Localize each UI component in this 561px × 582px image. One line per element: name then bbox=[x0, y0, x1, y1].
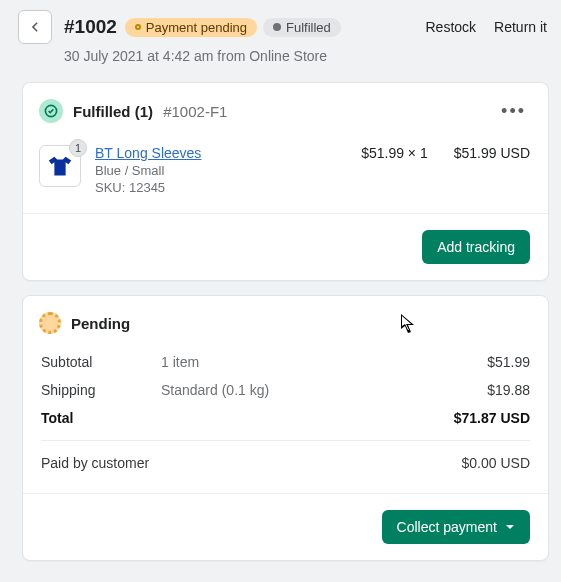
payment-summary: Subtotal 1 item $51.99 Shipping Standard… bbox=[23, 344, 548, 493]
collect-payment-button[interactable]: Collect payment bbox=[382, 510, 530, 544]
fulfillment-card: Fulfilled (1) #1002-F1 ••• 1 BT Long Sle… bbox=[22, 82, 549, 281]
subtotal-value: $51.99 bbox=[430, 354, 530, 370]
paid-value: $0.00 USD bbox=[430, 455, 530, 471]
quantity-badge: 1 bbox=[69, 139, 87, 157]
shipping-desc: Standard (0.1 kg) bbox=[161, 382, 430, 398]
total-label: Total bbox=[41, 410, 161, 426]
open-circle-icon bbox=[135, 24, 141, 30]
order-number: #1002 bbox=[64, 16, 117, 38]
shirt-icon bbox=[45, 151, 75, 181]
return-action[interactable]: Return it bbox=[494, 19, 547, 35]
payment-status-badge: Payment pending bbox=[125, 18, 257, 37]
dot-icon bbox=[273, 23, 281, 31]
summary-row-shipping: Shipping Standard (0.1 kg) $19.88 bbox=[41, 376, 530, 404]
summary-row-subtotal: Subtotal 1 item $51.99 bbox=[41, 348, 530, 376]
line-total: $51.99 USD bbox=[454, 145, 530, 161]
line-item: 1 BT Long Sleeves Blue / Small SKU: 1234… bbox=[23, 133, 548, 213]
pending-status-icon bbox=[39, 312, 61, 334]
order-timestamp: 30 July 2021 at 4:42 am from Online Stor… bbox=[0, 48, 561, 76]
product-name-link[interactable]: BT Long Sleeves bbox=[95, 145, 361, 161]
product-variant: Blue / Small bbox=[95, 163, 361, 178]
add-tracking-button[interactable]: Add tracking bbox=[422, 230, 530, 264]
unit-price: $51.99 × 1 bbox=[361, 145, 428, 161]
order-header: #1002 Payment pending Fulfilled Restock … bbox=[0, 0, 561, 48]
subtotal-label: Subtotal bbox=[41, 354, 161, 370]
subtotal-desc: 1 item bbox=[161, 354, 430, 370]
more-actions-button[interactable]: ••• bbox=[497, 106, 530, 116]
back-button[interactable] bbox=[18, 10, 52, 44]
product-sku: SKU: 12345 bbox=[95, 180, 361, 195]
fulfilled-status-icon bbox=[39, 99, 63, 123]
shipping-value: $19.88 bbox=[430, 382, 530, 398]
summary-row-paid: Paid by customer $0.00 USD bbox=[41, 449, 530, 477]
restock-action[interactable]: Restock bbox=[426, 19, 477, 35]
check-circle-icon bbox=[43, 103, 59, 119]
total-value: $71.87 USD bbox=[430, 410, 530, 426]
fulfillment-status-label: Fulfilled bbox=[286, 20, 331, 35]
chevron-down-icon bbox=[505, 522, 515, 532]
fulfillment-ref: #1002-F1 bbox=[163, 103, 227, 120]
payment-card-title: Pending bbox=[71, 315, 130, 332]
paid-label: Paid by customer bbox=[41, 455, 221, 471]
fulfillment-card-title: Fulfilled (1) #1002-F1 bbox=[73, 103, 227, 120]
payment-card: Pending Subtotal 1 item $51.99 Shipping … bbox=[22, 295, 549, 561]
shipping-label: Shipping bbox=[41, 382, 161, 398]
summary-row-total: Total $71.87 USD bbox=[41, 404, 530, 432]
fulfillment-status-badge: Fulfilled bbox=[263, 18, 341, 37]
payment-status-label: Payment pending bbox=[146, 20, 247, 35]
arrow-left-icon bbox=[27, 19, 43, 35]
